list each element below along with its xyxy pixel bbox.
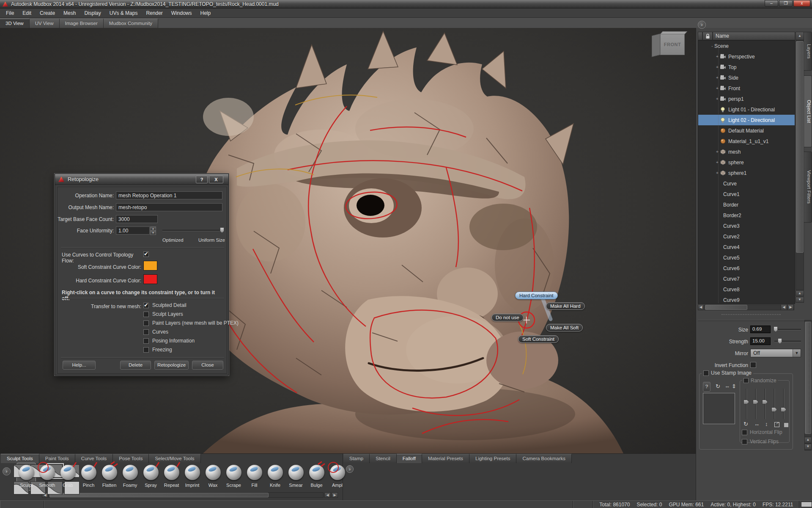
tree-item-curve9[interactable]: Curve9 <box>698 295 795 304</box>
menu-item-display[interactable]: Display <box>80 9 105 17</box>
tab-material-presets[interactable]: Material Presets <box>422 454 469 463</box>
checkbox-sculpt-layers[interactable] <box>143 312 149 317</box>
menu-item-mesh[interactable]: Mesh <box>59 9 80 17</box>
tree-item-default-material[interactable]: Default Material <box>698 125 795 136</box>
tree-scroll-left-icon[interactable]: ◀ <box>698 304 704 310</box>
stamp-hflip-icon[interactable]: ⇔ <box>724 383 730 389</box>
tree-scroll-up-icon[interactable]: ▲ <box>796 32 804 40</box>
face-uniformity-slider-handle[interactable] <box>220 227 224 233</box>
tree-item-scene[interactable]: -Scene <box>698 41 795 51</box>
menu-item-uvs-maps[interactable]: UVs & Maps <box>105 9 142 17</box>
tool-tray-expand-icon[interactable]: › <box>3 467 11 475</box>
side-tab-object-list[interactable]: Object List <box>804 75 812 147</box>
help-button[interactable]: Help... <box>63 361 96 370</box>
marking-menu-item-make-all-soft[interactable]: Make All Soft <box>546 324 583 331</box>
randomize-slider-3[interactable] <box>762 389 768 419</box>
tree-item-material-1-u1-v1[interactable]: Material_1_u1_v1 <box>698 136 795 146</box>
tree-item-mesh[interactable]: +mesh <box>698 146 795 157</box>
name-column-header[interactable]: Name <box>713 32 795 40</box>
tree-item-sphere1[interactable]: +sphere1 <box>698 168 795 178</box>
tree-item-border[interactable]: Border <box>698 199 795 210</box>
tool-smear[interactable]: Smear <box>285 463 306 491</box>
tools-scrollbar-thumb[interactable] <box>49 493 269 497</box>
size-slider[interactable] <box>774 329 801 330</box>
operation-name-input[interactable] <box>116 191 222 199</box>
randomize-slider-1[interactable] <box>743 389 749 419</box>
tree-item-curve7[interactable]: Curve7 <box>698 273 795 284</box>
tree-scroll-right-icon[interactable]: ▶ <box>787 304 794 310</box>
checkbox-curves[interactable] <box>143 329 149 335</box>
tab-sculpt-tools[interactable]: Sculpt Tools <box>1 454 39 463</box>
randomize-slider-handle[interactable] <box>743 400 749 404</box>
properties-scrollbar-thumb[interactable] <box>805 322 811 434</box>
menu-item-help[interactable]: Help <box>196 9 215 17</box>
tools-scroll-right-icon[interactable]: ▶ <box>332 492 338 498</box>
tree-horizontal-scrollbar-thumb[interactable] <box>705 305 747 310</box>
size-value[interactable]: 0.69 <box>750 326 771 333</box>
tree-expand-all-button[interactable] <box>698 32 702 40</box>
stamp-vflip-icon[interactable]: ⇕ <box>732 383 736 389</box>
randomize-slider-handle[interactable] <box>762 400 768 404</box>
randomize-rotate-icon[interactable]: ↻ <box>743 421 748 427</box>
tree-item-perspective[interactable]: +Perspective <box>698 51 795 62</box>
tool-bulge[interactable]: Bulge <box>306 463 327 491</box>
tree-item-persp1[interactable]: +persp1 <box>698 94 795 104</box>
tool-spray[interactable]: Spray <box>140 463 161 491</box>
tree-item-curve5[interactable]: Curve5 <box>698 252 795 263</box>
randomize-scale-icon[interactable]: ↗ <box>774 422 779 427</box>
stamp-preview-box[interactable] <box>703 393 735 424</box>
tree-item-curve1[interactable]: Curve1 <box>698 189 795 199</box>
tool-fill[interactable]: Fill <box>244 463 265 491</box>
tree-item-border2[interactable]: Border2 <box>698 210 795 221</box>
tool-wax[interactable]: Wax <box>203 463 223 491</box>
randomize-vrange-icon[interactable]: ↕ <box>765 421 768 427</box>
tree-item-side[interactable]: +Side <box>698 72 795 83</box>
stamp-help-icon[interactable]: ? <box>703 382 710 392</box>
tab-select-move-tools[interactable]: Select/Move Tools <box>149 454 200 463</box>
horizontal-flip-checkbox[interactable] <box>742 430 747 435</box>
randomize-hrange-icon[interactable]: ↔ <box>754 421 760 427</box>
mirror-dropdown[interactable]: Off ▼ <box>750 349 801 357</box>
tree-item-curve6[interactable]: Curve6 <box>698 263 795 273</box>
side-tab-layers[interactable]: Layers <box>804 32 812 71</box>
tool-pinch[interactable]: Pinch <box>78 463 99 491</box>
marking-menu-item-soft-constraint[interactable]: Soft Constraint <box>518 335 559 343</box>
tree-scroll-down-icon[interactable]: ▼ <box>796 297 804 303</box>
minimize-button[interactable]: – <box>765 0 778 7</box>
menu-item-windows[interactable]: Windows <box>167 9 196 17</box>
dialog-close-icon[interactable]: X <box>209 176 223 183</box>
use-stamp-image-checkbox[interactable] <box>703 370 709 376</box>
tree-expander-icon[interactable]: + <box>715 171 719 175</box>
face-uniformity-slider[interactable] <box>162 230 224 231</box>
tool-repeat[interactable]: Repeat <box>161 463 182 491</box>
restore-button[interactable]: ❐ <box>779 0 793 7</box>
tab-stamp[interactable]: Stamp <box>343 454 370 463</box>
tree-expander-icon[interactable]: - <box>710 44 714 48</box>
side-tab-viewport-filters[interactable]: Viewport Filters <box>804 152 812 223</box>
tab-3d-view[interactable]: 3D View <box>0 19 30 28</box>
retopologize-dialog[interactable]: Retopologize ? X Operation Name: Output … <box>55 174 229 375</box>
target-face-count-input[interactable] <box>116 215 158 223</box>
tab-mudbox-community[interactable]: Mudbox Community <box>104 19 158 28</box>
tree-item-top[interactable]: +Top <box>698 62 795 72</box>
view-cube[interactable]: FRONT <box>652 31 691 61</box>
stamp-rotate-icon[interactable]: ↻ <box>716 383 720 389</box>
randomize-slider-handle[interactable] <box>771 407 777 412</box>
tab-camera-bookmarks[interactable]: Camera Bookmarks <box>516 454 572 463</box>
strength-slider-handle[interactable] <box>778 338 782 344</box>
strength-value[interactable]: 15.00 <box>750 337 771 345</box>
view-cube-front-face[interactable]: FRONT <box>660 34 685 55</box>
tool-ampl[interactable]: Ampl <box>327 463 348 491</box>
tab-lighting-presets[interactable]: Lighting Presets <box>469 454 516 463</box>
tree-item-curve[interactable]: Curve <box>698 178 795 189</box>
soft-constraint-color-swatch[interactable] <box>143 261 157 271</box>
tree-expander-icon[interactable]: + <box>715 149 719 154</box>
tab-image-browser[interactable]: Image Browser <box>60 19 104 28</box>
tab-pose-tools[interactable]: Pose Tools <box>113 454 149 463</box>
randomize-slider-2[interactable] <box>753 389 759 419</box>
face-uniformity-spinner[interactable]: ▲▼ <box>150 226 156 235</box>
retopologize-button[interactable]: Retopologize <box>154 361 189 370</box>
tree-item-light-01-directional[interactable]: Light 01 - Directional <box>698 104 795 115</box>
tool-imprint[interactable]: Imprint <box>182 463 203 491</box>
tree-expander-icon[interactable]: + <box>715 97 719 101</box>
